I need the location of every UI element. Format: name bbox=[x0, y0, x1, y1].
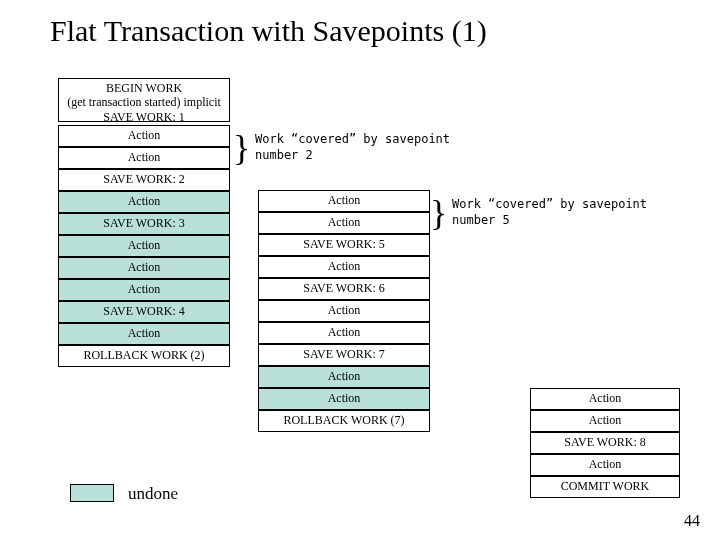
col1-row: Action bbox=[58, 257, 230, 279]
col1-row: SAVE WORK: 3 bbox=[58, 213, 230, 235]
col3-row-label: Action bbox=[589, 458, 622, 471]
col1-row: Action bbox=[58, 191, 230, 213]
col1-row-label: Action bbox=[128, 195, 161, 208]
col3-row: COMMIT WORK bbox=[530, 476, 680, 498]
col2-row-label: SAVE WORK: 7 bbox=[303, 348, 385, 361]
col2-row-label: SAVE WORK: 5 bbox=[303, 238, 385, 251]
col2-row-label: Action bbox=[328, 304, 361, 317]
col1-row-label: Action bbox=[128, 129, 161, 142]
col2-row: SAVE WORK: 6 bbox=[258, 278, 430, 300]
begin-work-text: BEGIN WORK (get transaction started) imp… bbox=[59, 81, 229, 124]
col3-row: Action bbox=[530, 388, 680, 410]
col3-row: Action bbox=[530, 454, 680, 476]
col2-row-label: Action bbox=[328, 260, 361, 273]
col2-row-label: Action bbox=[328, 392, 361, 405]
col2-row-label: Action bbox=[328, 370, 361, 383]
col1-row-label: Action bbox=[128, 261, 161, 274]
col1-row-label: ROLLBACK WORK (2) bbox=[83, 349, 204, 362]
col3-row: SAVE WORK: 8 bbox=[530, 432, 680, 454]
col1-row: Action bbox=[58, 235, 230, 257]
col2-row: Action bbox=[258, 388, 430, 410]
annotation-savepoint-2: Work “covered” by savepoint number 2 bbox=[255, 132, 450, 163]
page-number: 44 bbox=[684, 512, 700, 530]
col2-row-label: Action bbox=[328, 326, 361, 339]
col2-row: ROLLBACK WORK (7) bbox=[258, 410, 430, 432]
col2-row: Action bbox=[258, 190, 430, 212]
diagram-stage: BEGIN WORK (get transaction started) imp… bbox=[0, 0, 720, 540]
col2-row-label: ROLLBACK WORK (7) bbox=[283, 414, 404, 427]
col2-row: Action bbox=[258, 366, 430, 388]
col1-row: Action bbox=[58, 323, 230, 345]
col1-row: SAVE WORK: 4 bbox=[58, 301, 230, 323]
annotation-savepoint-5: Work “covered” by savepoint number 5 bbox=[452, 197, 647, 228]
legend-swatch-undone bbox=[70, 484, 114, 502]
col1-row-label: SAVE WORK: 3 bbox=[103, 217, 185, 230]
col2-row: SAVE WORK: 5 bbox=[258, 234, 430, 256]
col2-row: Action bbox=[258, 300, 430, 322]
col3-row-label: COMMIT WORK bbox=[561, 480, 650, 493]
col1-row: Action bbox=[58, 147, 230, 169]
col3-row: Action bbox=[530, 410, 680, 432]
col1-row-label: Action bbox=[128, 239, 161, 252]
brace-icon: } bbox=[430, 195, 447, 231]
col3-row-label: Action bbox=[589, 392, 622, 405]
col2-row-label: Action bbox=[328, 216, 361, 229]
col1-row: Action bbox=[58, 125, 230, 147]
col2-row-label: SAVE WORK: 6 bbox=[303, 282, 385, 295]
col1-row: SAVE WORK: 2 bbox=[58, 169, 230, 191]
col1-row: Action bbox=[58, 279, 230, 301]
col1-row-label: Action bbox=[128, 151, 161, 164]
col1-row: ROLLBACK WORK (2) bbox=[58, 345, 230, 367]
brace-icon: } bbox=[233, 130, 250, 166]
col1-row-label: Action bbox=[128, 283, 161, 296]
col2-row: SAVE WORK: 7 bbox=[258, 344, 430, 366]
col2-row: Action bbox=[258, 256, 430, 278]
col1-row-label: SAVE WORK: 4 bbox=[103, 305, 185, 318]
begin-work-block: BEGIN WORK (get transaction started) imp… bbox=[58, 78, 230, 122]
legend-label: undone bbox=[128, 484, 178, 504]
col3-row-label: SAVE WORK: 8 bbox=[564, 436, 646, 449]
col3-row-label: Action bbox=[589, 414, 622, 427]
col1-row-label: SAVE WORK: 2 bbox=[103, 173, 185, 186]
col2-row-label: Action bbox=[328, 194, 361, 207]
col1-row-label: Action bbox=[128, 327, 161, 340]
col2-row: Action bbox=[258, 212, 430, 234]
col2-row: Action bbox=[258, 322, 430, 344]
